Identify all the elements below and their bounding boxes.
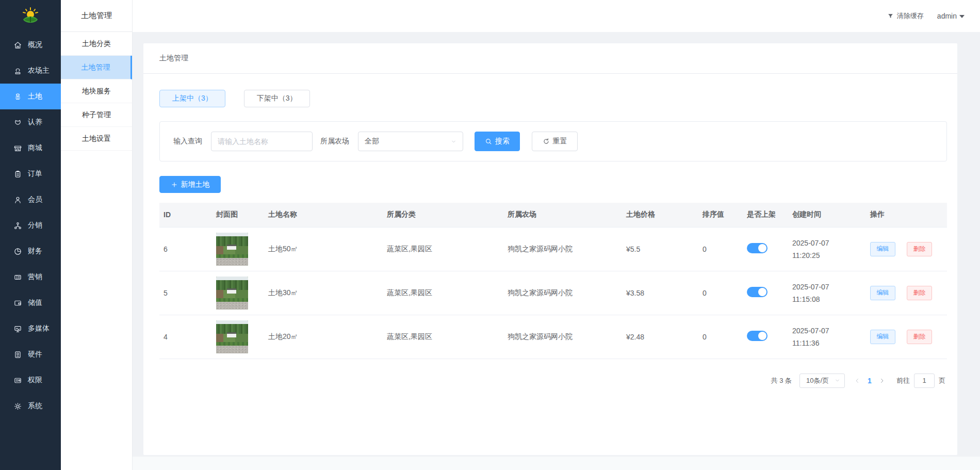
search-form: 输入查询 所属农场 全部 搜索 重置 — [159, 121, 947, 161]
sidebar-item-stored-value[interactable]: 储值 — [0, 290, 61, 316]
on-shelf-toggle[interactable] — [747, 287, 767, 297]
cell-id: 6 — [159, 227, 212, 271]
col-on-shelf: 是否上架 — [743, 203, 788, 227]
sidebar-item-adopt[interactable]: 认养 — [0, 109, 61, 135]
animal-icon — [13, 118, 22, 127]
created-date: 2025-07-07 — [792, 281, 866, 293]
page-size-select[interactable]: 10条/页 — [799, 374, 845, 388]
delete-button[interactable]: 删除 — [907, 242, 932, 256]
chevron-right-icon — [879, 378, 885, 384]
submenu-item-plot-service[interactable]: 地块服务 — [61, 79, 132, 103]
farmer-icon — [13, 67, 22, 75]
caret-down-icon — [959, 15, 965, 18]
sidebar-item-label: 财务 — [28, 247, 42, 256]
page-suffix: 页 — [939, 376, 945, 385]
cell-id: 4 — [159, 315, 212, 359]
sidebar-item-overview[interactable]: 概况 — [0, 32, 61, 58]
sidebar-item-marketing[interactable]: 营销 — [0, 264, 61, 290]
sidebar-item-mall[interactable]: 商城 — [0, 135, 61, 161]
submenu-item-land-settings[interactable]: 土地设置 — [61, 127, 132, 151]
col-sort: 排序值 — [698, 203, 743, 227]
farm-select[interactable]: 全部 — [358, 132, 463, 151]
on-shelf-toggle[interactable] — [747, 243, 767, 253]
reset-button[interactable]: 重置 — [532, 132, 578, 151]
query-label: 输入查询 — [173, 137, 202, 146]
sidebar-item-label: 储值 — [28, 298, 42, 307]
prev-page-button[interactable] — [852, 378, 862, 384]
tab-on-shelf[interactable]: 上架中（3） — [159, 90, 225, 107]
store-icon — [13, 144, 22, 153]
submenu-item-seed-manage[interactable]: 种子管理 — [61, 103, 132, 127]
land-icon — [13, 92, 22, 101]
cell-farm: 狗凯之家源码网小院 — [503, 227, 622, 271]
sidebar-item-label: 会员 — [28, 195, 42, 204]
footer-strip — [133, 457, 980, 470]
network-icon — [13, 221, 22, 230]
on-shelf-toggle[interactable] — [747, 331, 767, 341]
sidebar-item-distribution[interactable]: 分销 — [0, 213, 61, 238]
current-page[interactable]: 1 — [862, 377, 877, 385]
refresh-icon — [543, 138, 550, 145]
sidebar-item-label: 商城 — [28, 143, 42, 153]
edit-button[interactable]: 编辑 — [870, 330, 895, 344]
page-size-value: 10条/页 — [806, 376, 829, 385]
chevron-down-icon — [835, 378, 840, 383]
sidebar-item-label: 营销 — [28, 272, 42, 282]
user-menu[interactable]: admin — [937, 12, 965, 20]
topbar: 清除缓存 admin — [133, 0, 980, 32]
cell-farm: 狗凯之家源码网小院 — [503, 315, 622, 359]
next-page-button[interactable] — [877, 378, 887, 384]
cell-sort: 0 — [698, 315, 743, 359]
farm-logo-icon — [20, 6, 41, 26]
land-name-input[interactable] — [211, 132, 313, 151]
sidebar-item-label: 多媒体 — [28, 324, 50, 333]
edit-button[interactable]: 编辑 — [870, 242, 895, 256]
clear-cache-button[interactable]: 清除缓存 — [887, 11, 924, 21]
farm-select-value: 全部 — [365, 137, 379, 146]
delete-button[interactable]: 删除 — [907, 330, 932, 344]
sidebar-item-finance[interactable]: 财务 — [0, 238, 61, 264]
sidebar-item-label: 硬件 — [28, 350, 42, 359]
created-time: 11:15:08 — [792, 293, 866, 305]
sidebar-item-permission[interactable]: 权限 — [0, 367, 61, 393]
search-button[interactable]: 搜索 — [475, 132, 520, 151]
sidebar-item-member[interactable]: 会员 — [0, 187, 61, 213]
land-manage-card: 土地管理 上架中（3） 下架中（3） 输入查询 所属农场 全部 搜索 重置 新增… — [143, 43, 957, 455]
cell-name: 土地30㎡ — [264, 271, 383, 315]
funnel-icon — [887, 13, 894, 20]
sidebar-item-hardware[interactable]: 硬件 — [0, 342, 61, 367]
search-icon — [485, 138, 492, 145]
goto-label: 前往 — [896, 376, 910, 385]
sidebar-item-multimedia[interactable]: 多媒体 — [0, 316, 61, 342]
sidebar-item-land[interactable]: 土地 — [0, 84, 61, 109]
tab-off-shelf[interactable]: 下架中（3） — [244, 90, 310, 107]
total-count: 共 3 条 — [771, 376, 792, 385]
cell-category: 蔬菜区,果园区 — [383, 271, 503, 315]
edit-button[interactable]: 编辑 — [870, 286, 895, 300]
table-row: 5 土地30㎡ 蔬菜区,果园区 狗凯之家源码网小院 ¥3.58 0 2025-0… — [159, 271, 947, 315]
delete-button[interactable]: 删除 — [907, 286, 932, 300]
col-name: 土地名称 — [264, 203, 383, 227]
cell-sort: 0 — [698, 227, 743, 271]
col-id: ID — [159, 203, 212, 227]
cell-price: ¥3.58 — [622, 271, 698, 315]
col-farm: 所属农场 — [503, 203, 622, 227]
shelf-tabs: 上架中（3） 下架中（3） — [159, 90, 957, 107]
monitor-icon — [13, 325, 22, 333]
submenu-item-land-manage[interactable]: 土地管理 — [61, 56, 132, 79]
table-header-row: ID 封面图 土地名称 所属分类 所属农场 土地价格 排序值 是否上架 创建时间… — [159, 203, 947, 227]
sidebar-item-farmer[interactable]: 农场主 — [0, 58, 61, 84]
add-land-button[interactable]: 新增土地 — [159, 176, 221, 193]
plus-icon — [171, 181, 178, 188]
cell-id: 5 — [159, 271, 212, 315]
goto-page-input[interactable] — [914, 374, 935, 388]
wallet-icon — [13, 299, 22, 307]
table-row: 6 土地50㎡ 蔬菜区,果园区 狗凯之家源码网小院 ¥5.5 0 2025-07… — [159, 227, 947, 271]
sidebar-item-label: 分销 — [28, 221, 42, 230]
col-actions: 操作 — [866, 203, 947, 227]
submenu-item-land-category[interactable]: 土地分类 — [61, 32, 132, 56]
sidebar-item-system[interactable]: 系统 — [0, 393, 61, 419]
sidebar-item-order[interactable]: 订单 — [0, 161, 61, 187]
pagination: 共 3 条 10条/页 1 前往 页 — [143, 374, 945, 388]
cell-sort: 0 — [698, 271, 743, 315]
